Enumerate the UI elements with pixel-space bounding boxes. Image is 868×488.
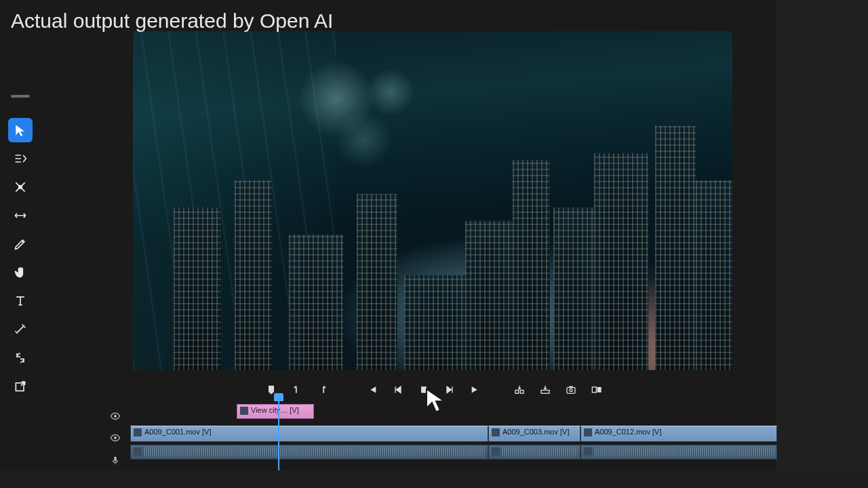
export-frame-button[interactable] <box>564 382 578 397</box>
remix-tool[interactable] <box>8 346 33 370</box>
rate-stretch-tool[interactable] <box>8 203 33 228</box>
type-tool[interactable] <box>8 289 33 313</box>
clip-label: A009_C001.mov [V] <box>144 428 211 436</box>
go-to-in-button[interactable] <box>366 382 379 397</box>
step-back-button[interactable] <box>391 382 405 397</box>
clip-fx-icon <box>584 428 592 436</box>
selection-tool[interactable] <box>8 118 33 142</box>
svg-rect-4 <box>520 390 524 394</box>
hand-tool[interactable] <box>8 260 33 285</box>
svg-rect-2 <box>421 386 427 392</box>
track-toggle-v1[interactable] <box>102 430 129 446</box>
svg-point-11 <box>114 415 117 418</box>
track-toggle-a1[interactable] <box>102 453 129 468</box>
svg-point-12 <box>114 436 117 439</box>
video-frame-city-night <box>133 31 732 370</box>
clip-video-1[interactable]: A009_C001.mov [V] <box>130 426 488 442</box>
svg-rect-3 <box>515 390 519 394</box>
clip-audio-3[interactable] <box>580 445 777 460</box>
svg-rect-13 <box>114 457 117 462</box>
clip-fx-icon <box>240 407 248 415</box>
right-panel-band <box>776 0 868 488</box>
clip-fx-icon <box>134 447 142 455</box>
play-button[interactable] <box>417 382 431 397</box>
svg-rect-5 <box>541 390 549 394</box>
svg-rect-10 <box>597 387 601 392</box>
svg-rect-9 <box>592 387 596 392</box>
insert-button[interactable] <box>513 382 526 397</box>
clip-video-3[interactable]: A009_C012.mov [V] <box>580 426 777 442</box>
bottom-strip <box>0 470 868 488</box>
pen-tool[interactable] <box>8 232 33 256</box>
clip-fx-icon <box>134 428 142 436</box>
comparison-view-button[interactable] <box>590 382 604 397</box>
ripple-edit-tool[interactable] <box>8 175 33 199</box>
clip-fx-icon <box>584 447 592 455</box>
svg-point-7 <box>570 389 572 392</box>
mark-in-button[interactable] <box>290 382 304 397</box>
clip-label: A009_C003.mov [V] <box>502 428 569 436</box>
clip-audio-1[interactable] <box>130 445 488 460</box>
clip-label: A009_C012.mov [V] <box>595 428 661 436</box>
clip-overlay-view-city[interactable]: View city… [V] <box>237 404 314 419</box>
clip-fx-icon <box>492 447 500 455</box>
step-forward-button[interactable] <box>443 382 456 397</box>
go-to-out-button[interactable] <box>469 382 482 397</box>
magic-tool[interactable] <box>8 317 33 342</box>
tool-palette <box>0 95 41 399</box>
mark-out-button[interactable] <box>316 382 330 397</box>
program-monitor[interactable] <box>133 31 732 370</box>
export-tool[interactable] <box>8 374 33 399</box>
svg-rect-0 <box>19 186 22 189</box>
overlay-title: Actual output generated by Open AI <box>11 9 333 33</box>
track-toggle-v2[interactable] <box>102 409 129 423</box>
overwrite-button[interactable] <box>538 382 552 397</box>
svg-rect-8 <box>569 386 572 388</box>
transport-controls <box>264 381 604 399</box>
track-select-forward-tool[interactable] <box>8 146 33 171</box>
clip-fx-icon <box>492 428 500 436</box>
svg-rect-6 <box>567 388 575 394</box>
clip-label: View city… [V] <box>251 406 299 414</box>
clip-audio-2[interactable] <box>488 445 580 460</box>
palette-drag-handle[interactable] <box>11 95 30 98</box>
clip-video-2[interactable]: A009_C003.mov [V] <box>488 426 580 442</box>
